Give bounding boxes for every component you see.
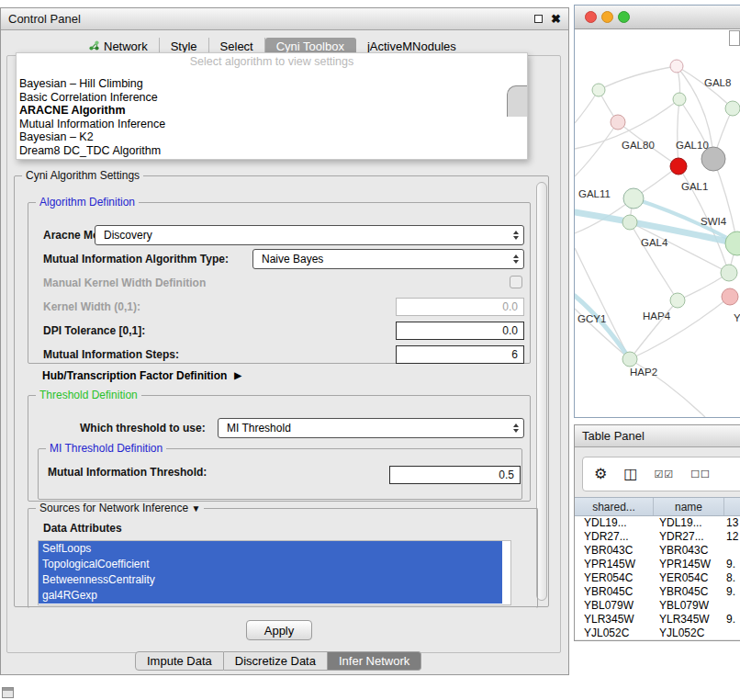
unchecked-boxes-icon[interactable]: ☐☐ xyxy=(690,469,711,480)
node-label: GAL10 xyxy=(676,140,709,151)
network-window-titlebar[interactable] xyxy=(575,6,740,29)
kernel-width-label: Kernel Width (0,1): xyxy=(43,297,140,317)
table-body: YDL19...YDL19...13YDR27...YDR27...12YBR0… xyxy=(575,516,740,639)
network-canvas[interactable]: GAL8GAL80GAL10GAL11GAL1SWI4GAL4GCY1HAP4H… xyxy=(575,29,740,418)
kernel-width-field[interactable]: 0.0 xyxy=(396,298,524,316)
table-cell: YJL052C xyxy=(654,627,724,639)
control-panel-titlebar[interactable]: Control Panel ✖ xyxy=(1,8,568,30)
checked-boxes-icon[interactable]: ☑☑ xyxy=(654,469,674,480)
table-cell: YER054C xyxy=(575,571,654,585)
node-label: Y xyxy=(734,312,740,323)
data-attributes-label: Data Attributes xyxy=(43,518,122,538)
attribute-item[interactable]: gal4RGexp xyxy=(39,588,502,604)
network-node[interactable] xyxy=(670,60,683,73)
table-row[interactable]: YDR27...YDR27...12 xyxy=(575,530,740,544)
hub-definition-label: Hub/Transcription Factor Definition xyxy=(42,369,227,382)
data-attributes-list[interactable]: SelfLoopsTopologicalCoefficientBetweenne… xyxy=(38,540,511,605)
network-node[interactable] xyxy=(673,93,686,106)
hub-definition-expander[interactable]: Hub/Transcription Factor Definition ▶ xyxy=(42,369,241,382)
tab-label: Style xyxy=(171,40,197,53)
dpi-tolerance-field[interactable]: 0.0 xyxy=(396,322,524,340)
network-node[interactable] xyxy=(611,115,625,130)
node-label: GCY1 xyxy=(577,313,606,324)
attribute-item[interactable]: BetweennessCentrality xyxy=(39,572,502,588)
close-icon[interactable]: ✖ xyxy=(551,13,561,25)
column-header[interactable] xyxy=(724,498,740,515)
algorithm-option[interactable]: Dream8 DC_TDC Algorithm xyxy=(17,144,527,158)
table-row[interactable]: YLR345WYLR345W9. xyxy=(575,613,740,627)
table-cell xyxy=(724,599,740,613)
mi-steps-value: 6 xyxy=(511,348,518,361)
column-header[interactable]: shared... xyxy=(575,498,654,515)
network-node[interactable] xyxy=(592,84,605,96)
which-threshold-label: Which threshold to use: xyxy=(80,418,206,438)
algorithm-option[interactable]: Bayesian – K2 xyxy=(17,130,527,144)
network-edge xyxy=(599,66,677,90)
network-node[interactable] xyxy=(670,158,687,175)
table-toolbar: ⚙ ◫ ☑☑ ☐☐ xyxy=(582,457,740,491)
network-icon xyxy=(89,40,99,53)
attribute-item[interactable]: SelfLoops xyxy=(39,541,502,557)
algorithm-option[interactable]: ARACNE Algorithm xyxy=(17,104,527,118)
docked-panel-icon[interactable] xyxy=(2,687,14,698)
mac-close-button[interactable] xyxy=(585,11,597,23)
network-node[interactable] xyxy=(622,352,637,367)
table-row[interactable]: YDL19...YDL19...13 xyxy=(575,516,740,530)
manual-kernel-checkbox[interactable] xyxy=(510,276,522,288)
network-edge xyxy=(575,122,618,176)
bottom-tab-discretize-data[interactable]: Discretize Data xyxy=(224,651,328,671)
bottom-tab-infer-network[interactable]: Infer Network xyxy=(328,651,421,671)
which-threshold-select[interactable]: MI Threshold xyxy=(218,418,524,438)
mac-minimize-button[interactable] xyxy=(601,11,613,23)
table-cell: YBL079W xyxy=(654,599,724,613)
network-node[interactable] xyxy=(725,231,740,255)
table-row[interactable]: YPR145WYPR145W9. xyxy=(575,558,740,571)
algorithm-option[interactable]: Bayesian – Hill Climbing xyxy=(17,77,527,91)
network-node[interactable] xyxy=(725,101,740,116)
apply-button[interactable]: Apply xyxy=(246,620,312,640)
table-row[interactable]: YBL079WYBL079W xyxy=(575,599,740,613)
tab-label: Cyni Toolbox xyxy=(276,40,344,53)
algorithm-dropdown-prompt: Select algorithm to view settings xyxy=(17,55,527,68)
mi-type-select[interactable]: Naive Bayes xyxy=(252,249,524,269)
sources-expander[interactable]: Sources for Network Inference ▼ xyxy=(36,502,204,514)
mac-zoom-button[interactable] xyxy=(618,11,630,23)
sources-label: Sources for Network Inference xyxy=(39,502,188,514)
attribute-item[interactable]: TopologicalCoefficient xyxy=(39,557,502,572)
algorithm-definition-title: Algorithm Definition xyxy=(36,196,139,209)
network-node[interactable] xyxy=(722,288,738,305)
columns-icon[interactable]: ◫ xyxy=(623,467,637,481)
mi-steps-field[interactable]: 6 xyxy=(396,345,524,364)
node-label: HAP2 xyxy=(630,367,657,378)
table-row[interactable]: YBR043CYBR043C xyxy=(575,544,740,558)
mi-threshold-field[interactable]: 0.5 xyxy=(389,466,521,484)
network-node[interactable] xyxy=(721,265,737,281)
gear-icon[interactable]: ⚙ xyxy=(594,467,607,481)
algorithm-option[interactable]: Basic Correlation Inference xyxy=(17,91,527,105)
table-row[interactable]: YER054CYER054C8. xyxy=(575,571,740,585)
table-cell: YBR043C xyxy=(654,544,724,558)
node-label: GAL4 xyxy=(641,237,668,248)
mi-threshold-label: Mutual Information Threshold: xyxy=(48,462,207,482)
table-cell: 9. xyxy=(724,585,740,599)
node-label: SWI4 xyxy=(701,216,727,227)
column-header[interactable]: name xyxy=(654,498,724,515)
node-label: HAP4 xyxy=(643,310,671,322)
node-label: GAL8 xyxy=(704,77,731,88)
table-panel-titlebar[interactable]: Table Panel xyxy=(575,425,740,447)
bottom-tab-impute-data[interactable]: Impute Data xyxy=(135,651,224,671)
table-cell: YBR045C xyxy=(654,585,724,599)
network-node[interactable] xyxy=(622,215,637,230)
float-window-icon[interactable] xyxy=(534,15,543,23)
mi-steps-label: Mutual Information Steps: xyxy=(43,344,179,365)
table-cell: YBL079W xyxy=(575,599,654,613)
dpi-tolerance-label: DPI Tolerance [0,1]: xyxy=(43,321,145,341)
algorithm-option[interactable]: Mutual Information Inference xyxy=(17,118,527,131)
aracne-mode-select[interactable]: Discovery xyxy=(95,225,524,245)
table-row[interactable]: YBR045CYBR045C9. xyxy=(575,585,740,599)
network-node[interactable] xyxy=(670,293,685,308)
cyni-mode-tabs: Impute DataDiscretize DataInfer Network xyxy=(135,651,421,671)
table-row[interactable]: YJL052CYJL052C xyxy=(575,627,740,639)
network-node[interactable] xyxy=(623,188,644,209)
combo-stepper-icon xyxy=(513,254,519,264)
